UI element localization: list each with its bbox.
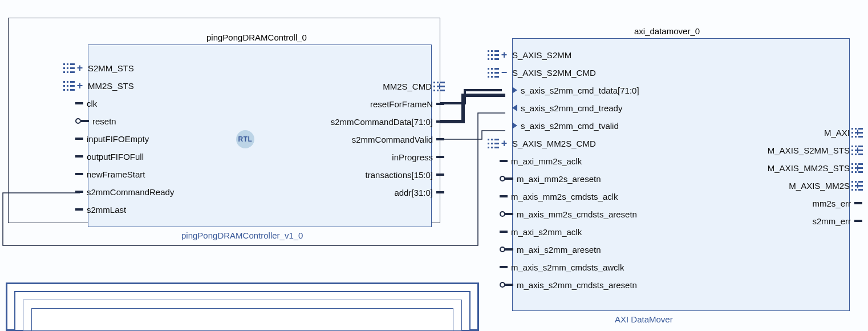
net-canvas — [0, 0, 868, 331]
net-s2mm-cmd-tready — [3, 113, 505, 245]
net-s2mm-cmd-tvalid — [440, 131, 505, 139]
net-s2mm-cmd-tdata — [440, 95, 505, 122]
